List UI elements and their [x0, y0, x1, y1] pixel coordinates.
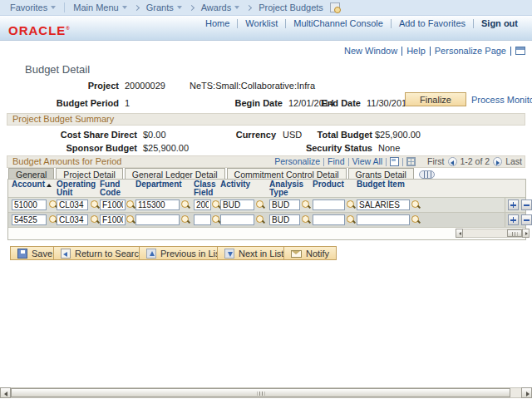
home-link[interactable]: Home	[198, 18, 237, 28]
operating-unit-input[interactable]	[57, 200, 88, 210]
tab-project-detail[interactable]: Project Detail	[56, 168, 122, 180]
find-link[interactable]: Find	[324, 156, 347, 167]
department-lookup-icon[interactable]	[181, 215, 190, 224]
fund-code-lookup-icon[interactable]	[126, 215, 135, 224]
scrollbar-track[interactable]	[463, 229, 522, 238]
budget-item-lookup-icon[interactable]	[411, 215, 421, 224]
add-to-favorites-link[interactable]: Add to Favorites	[392, 18, 473, 28]
tab-grants-detail[interactable]: Grants Detail	[348, 168, 414, 180]
product-lookup-icon[interactable]	[347, 200, 356, 209]
new-window-link[interactable]: New Window	[340, 46, 401, 56]
scrollbar-track[interactable]	[11, 387, 521, 398]
department-input[interactable]	[135, 200, 180, 210]
previous-rows-icon[interactable]	[448, 157, 457, 166]
add-row-button[interactable]	[508, 214, 519, 225]
operating-unit-input[interactable]	[57, 214, 88, 225]
class-field-input[interactable]	[194, 214, 211, 225]
currency-label: Currency	[200, 130, 276, 140]
sort-ascending-icon	[47, 184, 52, 187]
process-monitor-link[interactable]: Process Monitor	[471, 95, 532, 105]
notify-button[interactable]: Notify	[283, 246, 337, 260]
show-all-columns-icon[interactable]	[419, 170, 435, 179]
breadcrumb-awards[interactable]: Awards	[196, 2, 244, 12]
multichannel-console-link[interactable]: MultiChannel Console	[286, 18, 391, 28]
delete-row-button[interactable]	[521, 200, 532, 210]
scroll-left-icon[interactable]	[456, 229, 463, 238]
next-arrow-icon	[224, 249, 234, 259]
account-input[interactable]	[12, 200, 47, 210]
column-header-account[interactable]: Account	[12, 180, 52, 189]
finalize-button[interactable]: Finalize	[405, 92, 466, 106]
tab-general-ledger-detail[interactable]: General Ledger Detail	[125, 168, 225, 180]
budget-item-input[interactable]	[357, 214, 410, 225]
delete-row-button[interactable]	[521, 214, 532, 225]
tab-commitment-control-detail[interactable]: Commitment Control Detail	[227, 168, 347, 180]
column-header-class-field[interactable]: Class Field	[194, 180, 217, 197]
activity-input[interactable]	[220, 200, 254, 210]
column-header-activity[interactable]: Activity	[220, 180, 250, 189]
grants-label: Grants	[146, 2, 174, 12]
main-menu[interactable]: Main Menu	[68, 2, 131, 12]
security-status-label: Security Status	[291, 143, 372, 153]
budget-item-input[interactable]	[357, 200, 410, 210]
analysis-type-input[interactable]	[269, 214, 300, 225]
class-field-input[interactable]	[194, 200, 211, 210]
help-link[interactable]: Help	[402, 46, 430, 56]
activity-input[interactable]	[220, 214, 254, 225]
activity-lookup-icon[interactable]	[256, 200, 265, 209]
view-all-link[interactable]: View All	[349, 156, 387, 167]
fund-code-lookup-icon[interactable]	[126, 200, 135, 209]
awards-label: Awards	[201, 2, 231, 12]
operating-unit-lookup-icon[interactable]	[91, 215, 100, 224]
column-header-analysis-type[interactable]: Analysis Type	[269, 180, 304, 197]
operating-unit-lookup-icon[interactable]	[91, 200, 100, 209]
worklist-link[interactable]: Worklist	[238, 18, 285, 28]
personalize-page-link[interactable]: Personalize Page	[431, 46, 510, 56]
scrollbar-thumb[interactable]	[11, 388, 510, 397]
product-input[interactable]	[313, 214, 345, 225]
zoom-grid-icon[interactable]	[390, 157, 399, 166]
budget-item-lookup-icon[interactable]	[411, 200, 421, 209]
analysis-type-lookup-icon[interactable]	[302, 215, 311, 224]
account-input[interactable]	[12, 214, 47, 225]
analysis-type-lookup-icon[interactable]	[302, 200, 311, 209]
favorites-label: Favorites	[10, 2, 47, 12]
column-header-department[interactable]: Department	[135, 180, 182, 189]
page-horizontal-scrollbar[interactable]	[0, 387, 532, 398]
analysis-type-input[interactable]	[269, 200, 300, 210]
sign-out-link[interactable]: Sign out	[474, 18, 525, 28]
breadcrumb: Favorites Main Menu Grants Awards Projec…	[0, 0, 532, 16]
scroll-right-icon[interactable]	[522, 229, 530, 238]
add-row-button[interactable]	[508, 200, 519, 210]
column-header-fund-code[interactable]: Fund Code	[100, 180, 133, 197]
grid-horizontal-scrollbar[interactable]	[456, 229, 530, 238]
column-header-product[interactable]: Product	[313, 180, 344, 189]
activity-lookup-icon[interactable]	[256, 215, 265, 224]
fund-code-input[interactable]	[100, 200, 126, 210]
download-icon[interactable]	[406, 157, 416, 166]
scrollbar-thumb[interactable]	[507, 229, 522, 237]
pager-first-label[interactable]: First	[427, 156, 444, 167]
column-header-budget-item[interactable]: Budget Item	[357, 180, 405, 189]
tab-general[interactable]: General	[8, 168, 54, 180]
product-input[interactable]	[313, 200, 345, 210]
peoplesoft-window: Favorites Main Menu Grants Awards Projec…	[0, 0, 532, 399]
personalize-link[interactable]: Personalize	[271, 156, 323, 167]
scroll-right-icon[interactable]	[521, 387, 532, 398]
column-header-operating-unit[interactable]: Operating Unit	[57, 180, 100, 197]
sponsor-budget-value: $25,900.00	[143, 143, 189, 153]
pager-last-label[interactable]: Last	[505, 156, 522, 167]
next-in-list-button[interactable]: Next in List	[217, 246, 291, 260]
scroll-left-icon[interactable]	[0, 387, 11, 398]
department-lookup-icon[interactable]	[181, 200, 190, 209]
chevron-down-icon	[177, 6, 182, 9]
window-icon[interactable]	[515, 47, 525, 55]
next-rows-icon[interactable]	[493, 157, 502, 166]
fund-code-input[interactable]	[100, 214, 126, 225]
department-input[interactable]	[135, 214, 180, 225]
page-lookup-icon[interactable]	[330, 2, 340, 12]
breadcrumb-grants[interactable]: Grants	[141, 2, 187, 12]
favorites-menu[interactable]: Favorites	[5, 2, 61, 12]
product-lookup-icon[interactable]	[347, 215, 356, 224]
return-to-search-button[interactable]: Return to Search	[53, 246, 151, 260]
